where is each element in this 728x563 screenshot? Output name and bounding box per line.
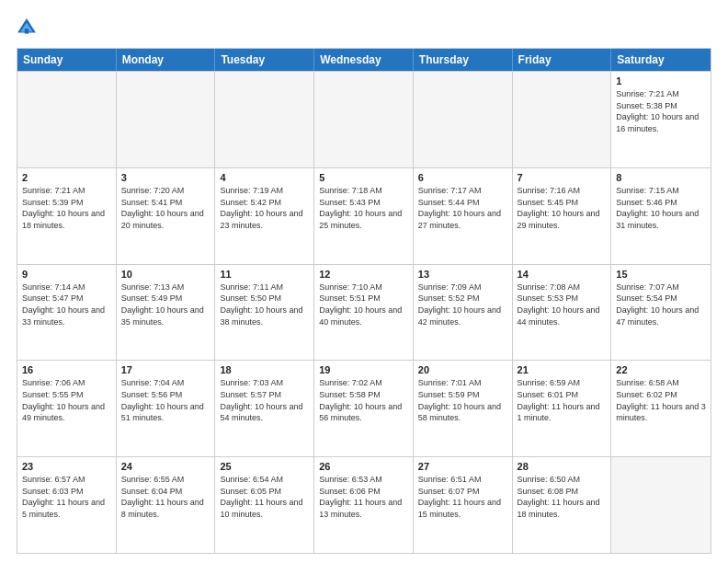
empty-cell-0-5 <box>513 72 612 167</box>
day-number: 24 <box>121 461 210 472</box>
day-number: 13 <box>418 269 507 280</box>
logo <box>17 17 40 39</box>
day-info: Sunrise: 7:04 AM Sunset: 5:56 PM Dayligh… <box>121 377 210 423</box>
day-number: 27 <box>418 461 507 472</box>
empty-cell-0-4 <box>414 72 513 167</box>
day-number: 5 <box>319 172 408 183</box>
day-info: Sunrise: 7:11 AM Sunset: 5:50 PM Dayligh… <box>220 282 309 327</box>
svg-rect-2 <box>25 29 28 33</box>
day-info: Sunrise: 7:06 AM Sunset: 5:55 PM Dayligh… <box>22 377 111 423</box>
day-info: Sunrise: 7:14 AM Sunset: 5:47 PM Dayligh… <box>22 282 111 327</box>
day-info: Sunrise: 7:02 AM Sunset: 5:58 PM Dayligh… <box>319 377 408 423</box>
day-info: Sunrise: 7:15 AM Sunset: 5:46 PM Dayligh… <box>616 185 706 231</box>
empty-cell-0-1 <box>117 72 216 167</box>
calendar-body: 1Sunrise: 7:21 AM Sunset: 5:38 PM Daylig… <box>17 71 711 553</box>
day-cell-4: 4Sunrise: 7:19 AM Sunset: 5:42 PM Daylig… <box>215 168 314 264</box>
day-number: 28 <box>518 461 607 472</box>
day-cell-9: 9Sunrise: 7:14 AM Sunset: 5:47 PM Daylig… <box>17 265 117 361</box>
day-cell-27: 27Sunrise: 6:51 AM Sunset: 6:07 PM Dayli… <box>414 457 513 553</box>
day-number: 20 <box>418 364 507 375</box>
day-cell-19: 19Sunrise: 7:02 AM Sunset: 5:58 PM Dayli… <box>314 361 414 456</box>
calendar-row-1: 2Sunrise: 7:21 AM Sunset: 5:39 PM Daylig… <box>17 167 711 264</box>
day-cell-10: 10Sunrise: 7:13 AM Sunset: 5:49 PM Dayli… <box>117 265 216 361</box>
day-number: 26 <box>319 461 408 472</box>
day-cell-2: 2Sunrise: 7:21 AM Sunset: 5:39 PM Daylig… <box>17 168 117 264</box>
calendar: SundayMondayTuesdayWednesdayThursdayFrid… <box>17 48 711 554</box>
day-number: 11 <box>220 269 309 280</box>
day-number: 16 <box>22 364 111 375</box>
day-info: Sunrise: 7:21 AM Sunset: 5:38 PM Dayligh… <box>616 88 706 134</box>
day-info: Sunrise: 6:53 AM Sunset: 6:06 PM Dayligh… <box>319 474 408 520</box>
calendar-row-2: 9Sunrise: 7:14 AM Sunset: 5:47 PM Daylig… <box>17 264 711 361</box>
day-number: 10 <box>121 269 210 280</box>
logo-icon <box>17 17 37 38</box>
day-number: 6 <box>418 172 507 183</box>
day-info: Sunrise: 6:54 AM Sunset: 6:05 PM Dayligh… <box>220 474 309 520</box>
header <box>17 17 711 39</box>
day-info: Sunrise: 6:51 AM Sunset: 6:07 PM Dayligh… <box>418 474 507 520</box>
day-cell-8: 8Sunrise: 7:15 AM Sunset: 5:46 PM Daylig… <box>611 168 711 264</box>
day-number: 22 <box>616 364 706 375</box>
calendar-row-3: 16Sunrise: 7:06 AM Sunset: 5:55 PM Dayli… <box>17 360 711 456</box>
header-day-sunday: Sunday <box>17 49 117 71</box>
day-number: 21 <box>518 364 607 375</box>
day-number: 17 <box>121 364 210 375</box>
day-cell-28: 28Sunrise: 6:50 AM Sunset: 6:08 PM Dayli… <box>513 457 612 553</box>
day-cell-20: 20Sunrise: 7:01 AM Sunset: 5:59 PM Dayli… <box>414 361 513 456</box>
day-number: 14 <box>518 269 607 280</box>
day-number: 25 <box>220 461 309 472</box>
day-cell-11: 11Sunrise: 7:11 AM Sunset: 5:50 PM Dayli… <box>215 265 314 361</box>
day-number: 12 <box>319 269 408 280</box>
empty-cell-0-3 <box>314 72 414 167</box>
day-cell-26: 26Sunrise: 6:53 AM Sunset: 6:06 PM Dayli… <box>314 457 414 553</box>
day-info: Sunrise: 6:58 AM Sunset: 6:02 PM Dayligh… <box>616 377 706 423</box>
day-cell-3: 3Sunrise: 7:20 AM Sunset: 5:41 PM Daylig… <box>117 168 216 264</box>
day-cell-7: 7Sunrise: 7:16 AM Sunset: 5:45 PM Daylig… <box>513 168 612 264</box>
day-cell-23: 23Sunrise: 6:57 AM Sunset: 6:03 PM Dayli… <box>17 457 117 553</box>
empty-cell-0-2 <box>215 72 314 167</box>
day-cell-18: 18Sunrise: 7:03 AM Sunset: 5:57 PM Dayli… <box>215 361 314 456</box>
day-number: 7 <box>518 172 607 183</box>
day-cell-25: 25Sunrise: 6:54 AM Sunset: 6:05 PM Dayli… <box>215 457 314 553</box>
empty-cell-4-6 <box>611 457 711 553</box>
day-cell-14: 14Sunrise: 7:08 AM Sunset: 5:53 PM Dayli… <box>513 265 612 361</box>
day-cell-12: 12Sunrise: 7:10 AM Sunset: 5:51 PM Dayli… <box>314 265 414 361</box>
day-info: Sunrise: 6:50 AM Sunset: 6:08 PM Dayligh… <box>518 474 607 520</box>
header-day-thursday: Thursday <box>414 49 513 71</box>
calendar-row-4: 23Sunrise: 6:57 AM Sunset: 6:03 PM Dayli… <box>17 456 711 553</box>
day-cell-17: 17Sunrise: 7:04 AM Sunset: 5:56 PM Dayli… <box>117 361 216 456</box>
day-cell-15: 15Sunrise: 7:07 AM Sunset: 5:54 PM Dayli… <box>611 265 711 361</box>
day-cell-24: 24Sunrise: 6:55 AM Sunset: 6:04 PM Dayli… <box>117 457 216 553</box>
day-info: Sunrise: 7:18 AM Sunset: 5:43 PM Dayligh… <box>319 185 408 231</box>
day-info: Sunrise: 7:19 AM Sunset: 5:42 PM Dayligh… <box>220 185 309 231</box>
day-cell-16: 16Sunrise: 7:06 AM Sunset: 5:55 PM Dayli… <box>17 361 117 456</box>
day-cell-21: 21Sunrise: 6:59 AM Sunset: 6:01 PM Dayli… <box>513 361 612 456</box>
page: SundayMondayTuesdayWednesdayThursdayFrid… <box>0 0 728 563</box>
calendar-row-0: 1Sunrise: 7:21 AM Sunset: 5:38 PM Daylig… <box>17 71 711 167</box>
header-day-wednesday: Wednesday <box>314 49 414 71</box>
day-number: 15 <box>616 269 706 280</box>
day-cell-6: 6Sunrise: 7:17 AM Sunset: 5:44 PM Daylig… <box>414 168 513 264</box>
day-info: Sunrise: 7:17 AM Sunset: 5:44 PM Dayligh… <box>418 185 507 231</box>
calendar-header: SundayMondayTuesdayWednesdayThursdayFrid… <box>17 49 711 71</box>
day-number: 8 <box>616 172 706 183</box>
day-number: 18 <box>220 364 309 375</box>
day-cell-13: 13Sunrise: 7:09 AM Sunset: 5:52 PM Dayli… <box>414 265 513 361</box>
day-info: Sunrise: 7:21 AM Sunset: 5:39 PM Dayligh… <box>22 185 111 231</box>
day-info: Sunrise: 7:16 AM Sunset: 5:45 PM Dayligh… <box>518 185 607 231</box>
day-info: Sunrise: 7:20 AM Sunset: 5:41 PM Dayligh… <box>121 185 210 231</box>
day-number: 4 <box>220 172 309 183</box>
day-number: 23 <box>22 461 111 472</box>
day-info: Sunrise: 6:55 AM Sunset: 6:04 PM Dayligh… <box>121 474 210 520</box>
header-day-saturday: Saturday <box>611 49 711 71</box>
day-info: Sunrise: 7:08 AM Sunset: 5:53 PM Dayligh… <box>518 282 607 327</box>
day-info: Sunrise: 7:03 AM Sunset: 5:57 PM Dayligh… <box>220 377 309 423</box>
day-cell-5: 5Sunrise: 7:18 AM Sunset: 5:43 PM Daylig… <box>314 168 414 264</box>
day-info: Sunrise: 6:59 AM Sunset: 6:01 PM Dayligh… <box>518 377 607 423</box>
day-number: 19 <box>319 364 408 375</box>
day-info: Sunrise: 6:57 AM Sunset: 6:03 PM Dayligh… <box>22 474 111 520</box>
day-number: 1 <box>616 75 706 86</box>
header-day-tuesday: Tuesday <box>215 49 314 71</box>
day-info: Sunrise: 7:01 AM Sunset: 5:59 PM Dayligh… <box>418 377 507 423</box>
header-day-monday: Monday <box>117 49 216 71</box>
